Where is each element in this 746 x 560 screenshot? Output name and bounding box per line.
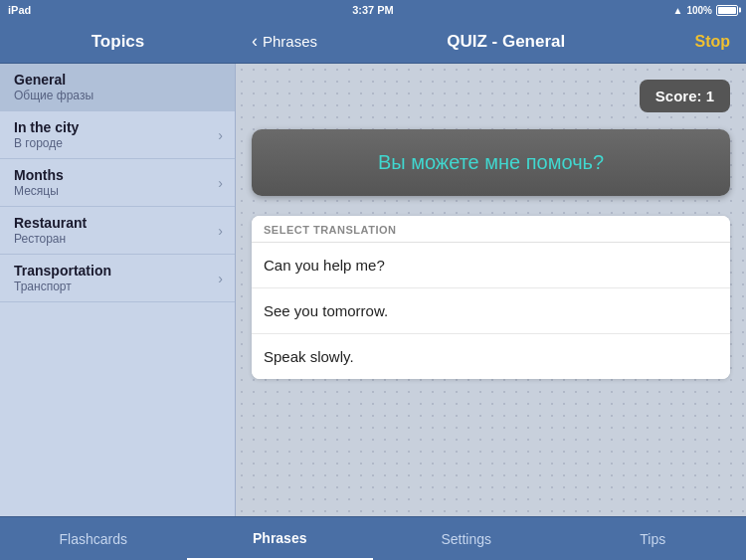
chevron-right-icon: › — [218, 127, 223, 143]
chevron-right-icon: › — [218, 223, 223, 239]
sidebar-item-subtitle: Месяцы — [14, 184, 218, 198]
status-bar: iPad 3:37 PM ▲ 100% — [0, 0, 746, 20]
sidebar-item-subtitle: Общие фразы — [14, 89, 223, 102]
wifi-icon: ▲ — [673, 5, 683, 16]
tab-tips[interactable]: Tips — [560, 517, 747, 560]
sidebar-item-subtitle: Транспорт — [14, 280, 218, 293]
sidebar-item-restaurant[interactable]: Restaurant Ресторан › — [0, 207, 235, 255]
answer-option-1[interactable]: Can you help me? — [252, 243, 730, 288]
question-box: Вы можете мне помочь? — [252, 129, 730, 196]
battery-icon — [716, 5, 738, 16]
nav-center: ‹ Phrases QUIZ - General Stop — [236, 31, 746, 52]
status-time: 3:37 PM — [352, 4, 394, 16]
answer-option-2[interactable]: See you tomorrow. — [252, 288, 730, 334]
answer-option-3[interactable]: Speak slowly. — [252, 334, 730, 379]
sidebar-item-text: In the city В городе — [14, 119, 218, 150]
back-chevron-icon: ‹ — [252, 31, 258, 52]
battery-percent: 100% — [686, 5, 712, 16]
tab-phrases[interactable]: Phrases — [187, 517, 374, 560]
chevron-right-icon: › — [218, 175, 223, 191]
device-label: iPad — [8, 4, 31, 16]
sidebar-item-transportation[interactable]: Transportation Транспорт › — [0, 255, 235, 302]
battery-fill — [718, 7, 736, 14]
back-button[interactable]: ‹ Phrases — [252, 31, 317, 52]
sidebar-item-months[interactable]: Months Месяцы › — [0, 159, 235, 207]
sidebar-item-subtitle: Ресторан — [14, 232, 218, 246]
tab-settings[interactable]: Settings — [373, 517, 560, 560]
sidebar-item-title: Restaurant — [14, 215, 218, 231]
sidebar: General Общие фразы In the city В городе… — [0, 64, 236, 516]
sidebar-item-text: Restaurant Ресторан — [14, 215, 218, 246]
answer-section: SELECT TRANSLATION Can you help me? See … — [252, 216, 730, 379]
main-layout: General Общие фразы In the city В городе… — [0, 64, 746, 516]
sidebar-title-area: Topics — [0, 32, 236, 52]
sidebar-item-city[interactable]: In the city В городе › — [0, 111, 235, 159]
question-text: Вы можете мне помочь? — [378, 151, 604, 173]
sidebar-item-subtitle: В городе — [14, 136, 218, 150]
back-label: Phrases — [263, 33, 317, 50]
sidebar-item-title: Transportation — [14, 263, 218, 279]
nav-bar: Topics ‹ Phrases QUIZ - General Stop — [0, 20, 746, 64]
status-left: iPad — [8, 4, 31, 16]
sidebar-item-title: In the city — [14, 119, 218, 135]
sidebar-item-title: General — [14, 72, 223, 88]
sidebar-item-text: Months Месяцы — [14, 167, 218, 198]
status-right: ▲ 100% — [673, 5, 738, 16]
tab-bar: Flashcards Phrases Settings Tips — [0, 516, 746, 560]
chevron-right-icon: › — [218, 271, 223, 286]
tab-flashcards[interactable]: Flashcards — [0, 517, 187, 560]
sidebar-item-general[interactable]: General Общие фразы — [0, 64, 235, 111]
score-badge: Score: 1 — [640, 80, 730, 112]
sidebar-title: Topics — [92, 32, 145, 52]
sidebar-item-text: General Общие фразы — [14, 72, 223, 102]
stop-button[interactable]: Stop — [694, 33, 746, 51]
sidebar-item-text: Transportation Транспорт — [14, 263, 218, 293]
answer-header: SELECT TRANSLATION — [252, 216, 730, 243]
sidebar-item-title: Months — [14, 167, 218, 183]
quiz-title: QUIZ - General — [325, 32, 686, 52]
content-area: Score: 1 Вы можете мне помочь? SELECT TR… — [236, 64, 746, 516]
